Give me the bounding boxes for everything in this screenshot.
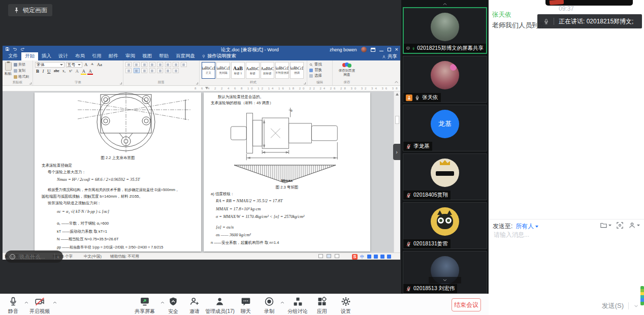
align-right-button[interactable] [141,68,147,73]
shading-button[interactable] [165,68,171,73]
font-color-button[interactable]: A [87,69,93,75]
select-button[interactable]: 选择 [309,73,330,78]
ime-emoji-icon[interactable] [374,255,378,259]
chat-button[interactable]: 聊天 [241,296,251,315]
save-to-baidu-button[interactable]: 保存到百度网盘 [335,62,359,77]
record-button[interactable]: 录制 [264,296,275,315]
line-spacing-button[interactable] [157,68,163,73]
style-no-spacing[interactable]: AaBbCcD无间隔 [216,62,230,79]
minimize-button[interactable] [379,51,383,51]
document-area[interactable]: 图 2.2 上支座布置图 支承滚轮直径确定 每个滚轮上最大压力： Nmax = … [3,91,400,253]
invite-button[interactable]: 邀请 [189,296,200,315]
numbering-button[interactable] [134,62,140,67]
font-size-select[interactable]: 五号 [66,62,82,68]
scroll-down-pill[interactable] [429,277,461,284]
settings-button[interactable]: 设置 [341,296,351,315]
participant-tile[interactable]: 02018513 刘宏伟 [403,251,487,294]
ime-keyboard-icon[interactable] [380,255,384,259]
tell-me-search[interactable]: 操作说明搜索 [199,52,239,60]
style-heading1[interactable]: AaB标题 1 [231,62,245,79]
participant-tile[interactable]: 张天依 [403,56,487,103]
ime-tool-icon[interactable] [367,255,371,259]
increase-indent-button[interactable] [157,62,163,67]
send-button[interactable]: 发送(S) [602,301,624,310]
share-options-icon[interactable] [160,300,166,305]
apps-button[interactable]: 应用 [317,296,328,315]
collapse-danmaku-icon[interactable]: ‹ [57,254,59,260]
print-layout-button[interactable] [327,254,331,258]
bold-button[interactable]: B [35,69,40,74]
style-subtitle[interactable]: AaBbC副标题 [261,62,274,79]
dialog-launcher[interactable] [196,82,198,84]
start-video-button[interactable]: 开启视频 [29,296,50,315]
change-case-button[interactable]: Aa [96,62,104,67]
tab-mailings[interactable]: 邮件 [105,52,122,60]
ime-mode-indicator[interactable]: 中 [360,254,365,260]
align-left-button[interactable] [125,68,132,73]
italic-button[interactable]: I [42,69,45,74]
style-title[interactable]: AaBbC标题 [246,62,260,79]
decrease-indent-button[interactable] [149,62,155,67]
grow-font-button[interactable]: A [83,62,89,67]
style-subtle-emphasis[interactable]: AaBbCcD不明显强调 [275,62,289,79]
mic-options-icon[interactable] [24,300,29,305]
underline-button[interactable]: U [46,69,52,74]
horizontal-ruler[interactable]: 8 6 4 2 2 4 6 8 10 12 14 16 18 20 22 24 … [3,86,400,91]
redo-icon[interactable] [20,47,25,51]
danmaku-input-bar[interactable]: ‹ [5,250,63,263]
dialog-launcher[interactable] [304,82,306,84]
tab-view[interactable]: 视图 [139,52,155,60]
tab-help[interactable]: 帮助 [155,52,172,60]
share-document-button[interactable]: 共享 [382,53,397,60]
superscript-button[interactable]: x² [68,69,73,73]
find-button[interactable]: 查找 [309,62,330,67]
quick-access-toolbar[interactable] [5,47,25,51]
participant-tile[interactable]: 02018131姜雷 [403,202,487,249]
read-mode-button[interactable] [318,254,323,258]
style-emphasis[interactable]: AaBbCcD强调 [290,62,304,79]
document-page-left[interactable]: 图 2.2 上支座布置图 支承滚轮直径确定 每个滚轮上最大压力： Nmax = … [35,92,201,251]
account-avatar[interactable] [361,47,367,52]
manage-members-button[interactable]: 管理成员(17) [205,296,235,315]
justify-button[interactable] [149,68,155,73]
breakout-rooms-button[interactable]: 分组讨论 [287,296,308,315]
tab-home[interactable]: 开始 [21,52,38,60]
replace-button[interactable]: 替换 [309,68,330,73]
tab-file[interactable]: 文件 [5,52,21,60]
tab-review[interactable]: 审阅 [122,52,139,60]
send-options-icon[interactable] [633,304,639,308]
participant-tile[interactable]: 龙基 李龙基 [403,105,487,151]
send-file-button[interactable] [600,222,611,229]
tab-references[interactable]: 引用 [88,52,105,60]
borders-button[interactable] [173,68,179,73]
accessibility-status[interactable]: 辅助功能: 不可用 [110,254,139,259]
record-options-icon[interactable] [280,300,285,305]
strikethrough-button[interactable]: abc [53,69,60,73]
chat-message-input[interactable] [493,231,635,239]
ime-settings-icon[interactable] [387,255,391,259]
show-marks-button[interactable] [181,62,187,67]
collapse-ribbon-icon[interactable] [394,80,399,84]
smiley-icon[interactable] [9,254,16,260]
font-name-select[interactable]: 宋体 [35,62,65,68]
save-icon[interactable] [5,47,10,51]
scroll-up-icon[interactable] [441,2,448,7]
sogou-ime-icon[interactable]: S [352,254,358,260]
danmaku-input[interactable] [18,253,52,260]
pin-screen-button[interactable]: 锁定画面 [8,4,52,16]
mention-member-button[interactable] [628,222,640,229]
paste-button[interactable]: 粘贴 [5,62,12,79]
scrollbar-thumb[interactable] [395,116,399,124]
shrink-font-button[interactable]: A [90,62,94,66]
chat-sender-name[interactable]: 张天依 [492,11,511,19]
asian-layout-button[interactable] [165,62,171,67]
web-layout-button[interactable] [335,254,339,258]
tab-baidu-pan[interactable]: 百度网盘 [172,52,199,60]
format-painter-button[interactable]: 格式刷 [14,74,29,79]
participant-tile-sharing[interactable]: 02018215郑博文的屏幕共享 [403,7,487,54]
language-indicator[interactable]: 中文(中国) [84,254,102,259]
highlight-color-button[interactable]: A [81,69,86,75]
scroll-up-arrow[interactable] [396,93,399,96]
text-effects-button[interactable]: A [74,69,80,74]
mute-button[interactable]: 静音 [8,296,19,315]
